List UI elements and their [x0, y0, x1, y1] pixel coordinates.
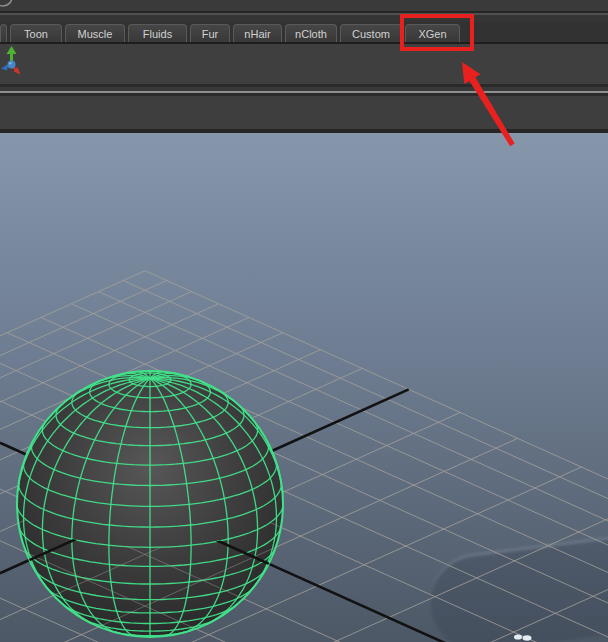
chrome-strip: [0, 0, 608, 11]
corner-logo-fragment-icon: [0, 0, 16, 11]
sphere-wireframe[interactable]: [17, 371, 283, 637]
tab-fur[interactable]: Fur: [190, 24, 230, 42]
viewport-top-border: [0, 129, 608, 133]
tab-muscle[interactable]: Muscle: [65, 24, 125, 42]
tab-nhair[interactable]: nHair: [233, 24, 282, 42]
tab-custom[interactable]: Custom: [340, 24, 402, 42]
tab-ncloth[interactable]: nCloth: [285, 24, 337, 42]
move-tool-gizmo-icon[interactable]: [1, 45, 25, 77]
toolbar-area: ToonMuscleFluidsFurnHairnClothCustomXGen: [0, 0, 608, 133]
tab-xgen[interactable]: XGen: [405, 24, 460, 42]
maya-window: ToonMuscleFluidsFurnHairnClothCustomXGen: [0, 0, 608, 642]
white-speck: [523, 635, 532, 641]
tab-toon[interactable]: Toon: [10, 24, 62, 42]
white-speck: [514, 634, 522, 639]
tab-fluids[interactable]: Fluids: [128, 24, 187, 42]
chrome-strip: [0, 15, 608, 22]
tab-partial-left[interactable]: [0, 24, 7, 42]
shelf-row: [0, 44, 608, 84]
panel-toolbar-row: [0, 96, 608, 129]
shelf-tab-bar: ToonMuscleFluidsFurnHairnClothCustomXGen: [0, 22, 608, 42]
